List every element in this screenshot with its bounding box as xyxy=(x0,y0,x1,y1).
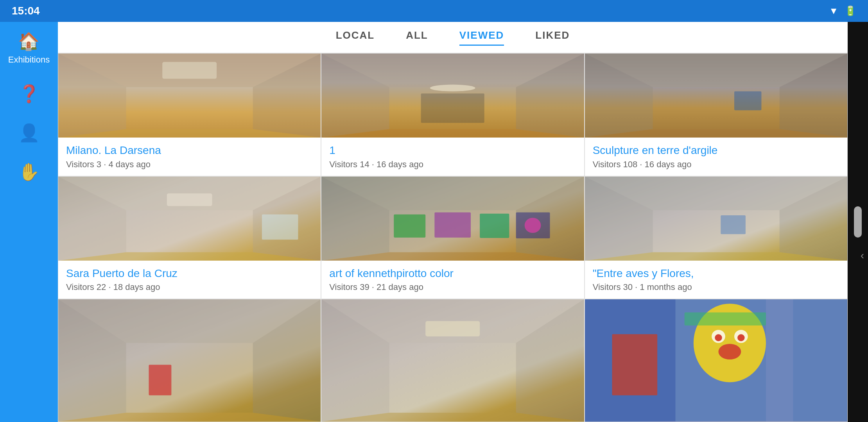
room-perspective-1 xyxy=(58,54,321,138)
card-image-8 xyxy=(321,299,584,422)
svg-rect-46 xyxy=(426,321,480,336)
svg-rect-36 xyxy=(721,215,746,234)
card-title-aves: "Entre aves y Flores, xyxy=(593,267,839,280)
svg-rect-41 xyxy=(149,365,171,395)
card-title-kenneth: art of kennethpirotto color xyxy=(329,267,576,280)
status-icons: ▼ 🔋 xyxy=(829,5,856,16)
card-meta-milano: Visitors 3 · 4 days ago xyxy=(66,159,313,170)
card-image-7 xyxy=(58,299,321,422)
card-info-kenneth: art of kennethpirotto color Visitors 39 … xyxy=(321,261,584,299)
card-8[interactable] xyxy=(321,299,584,422)
sidebar-item-report[interactable]: ✋ xyxy=(18,162,40,182)
main-content: LOCAL ALL VIEWED LIKED xyxy=(58,22,848,422)
sidebar-label-exhibitions: Exhibitions xyxy=(8,55,50,65)
svg-rect-55 xyxy=(612,334,657,395)
room-perspective-4 xyxy=(58,177,321,261)
room-perspective-6 xyxy=(585,177,847,261)
card-meta-aves: Visitors 30 · 1 months ago xyxy=(593,282,839,292)
exhibition-grid: Milano. La Darsena Visitors 3 · 4 days a… xyxy=(58,53,848,422)
card-info-milano: Milano. La Darsena Visitors 3 · 4 days a… xyxy=(58,138,321,176)
svg-point-54 xyxy=(718,344,741,359)
card-meta-1: Visitors 14 · 16 days ago xyxy=(329,159,576,170)
card-1[interactable]: 1 Visitors 14 · 16 days ago xyxy=(321,53,584,176)
card-image-9 xyxy=(585,299,847,422)
card-title-sculpture: Sculpture en terre d'argile xyxy=(593,144,839,157)
sidebar: 🏠 Exhibitions ❓ 👤 ✋ xyxy=(0,22,58,422)
svg-point-52 xyxy=(715,334,722,342)
card-aves[interactable]: "Entre aves y Flores, Visitors 30 · 1 mo… xyxy=(585,176,848,299)
wifi-icon: ▼ xyxy=(829,5,838,16)
card-title-milano: Milano. La Darsena xyxy=(66,144,313,157)
card-info-1: 1 Visitors 14 · 16 days ago xyxy=(321,138,584,176)
profile-icon: 👤 xyxy=(18,123,40,143)
card-meta-kenneth: Visitors 39 · 21 days ago xyxy=(329,282,576,292)
svg-rect-16 xyxy=(734,91,761,110)
svg-rect-28 xyxy=(435,212,471,238)
card-image-milano xyxy=(58,54,321,138)
help-icon: ❓ xyxy=(18,84,40,104)
svg-rect-57 xyxy=(766,299,793,422)
sidebar-item-profile[interactable]: 👤 xyxy=(18,123,40,143)
svg-rect-56 xyxy=(684,313,766,325)
room-perspective-5 xyxy=(321,177,584,261)
battery-icon: 🔋 xyxy=(845,5,856,16)
card-info-sculpture: Sculpture en terre d'argile Visitors 108… xyxy=(585,138,847,176)
card-image-sara xyxy=(58,177,321,261)
card-title-1: 1 xyxy=(329,144,576,157)
tab-liked[interactable]: LIKED xyxy=(535,29,570,46)
svg-rect-11 xyxy=(421,93,484,123)
card-info-sara: Sara Puerto de la Cruz Visitors 22 · 18 … xyxy=(58,261,321,299)
card-image-kenneth xyxy=(321,177,584,261)
svg-rect-22 xyxy=(167,193,212,206)
report-icon: ✋ xyxy=(18,162,40,182)
scroll-handle[interactable] xyxy=(854,206,862,238)
chevron-left-icon[interactable]: ‹ xyxy=(861,249,864,262)
room-perspective-3 xyxy=(585,54,847,138)
sidebar-item-help[interactable]: ❓ xyxy=(18,84,40,104)
card-kenneth[interactable]: art of kennethpirotto color Visitors 39 … xyxy=(321,176,584,299)
room-perspective-7 xyxy=(58,299,321,422)
sidebar-item-home[interactable]: 🏠 Exhibitions xyxy=(8,31,50,65)
status-time: 15:04 xyxy=(12,5,40,17)
room-perspective-9 xyxy=(585,299,847,422)
tab-viewed[interactable]: VIEWED xyxy=(459,29,504,46)
card-image-aves xyxy=(585,177,847,261)
card-milano[interactable]: Milano. La Darsena Visitors 3 · 4 days a… xyxy=(58,53,321,176)
card-info-aves: "Entre aves y Flores, Visitors 30 · 1 mo… xyxy=(585,261,847,299)
status-bar: 15:04 ▼ 🔋 xyxy=(0,0,868,22)
room-perspective-2 xyxy=(321,54,584,138)
card-meta-sara: Visitors 22 · 18 days ago xyxy=(66,282,313,292)
card-image-sculpture xyxy=(585,54,847,138)
home-icon: 🏠 xyxy=(18,31,39,52)
svg-rect-5 xyxy=(162,62,217,79)
card-9[interactable] xyxy=(585,299,848,422)
card-title-sara: Sara Puerto de la Cruz xyxy=(66,267,313,280)
svg-rect-27 xyxy=(394,214,426,237)
card-sara[interactable]: Sara Puerto de la Cruz Visitors 22 · 18 … xyxy=(58,176,321,299)
card-sculpture[interactable]: Sculpture en terre d'argile Visitors 108… xyxy=(585,53,848,176)
card-meta-sculpture: Visitors 108 · 16 days ago xyxy=(593,159,839,170)
tab-local[interactable]: LOCAL xyxy=(336,29,375,46)
svg-rect-21 xyxy=(262,214,298,240)
svg-point-10 xyxy=(430,85,475,91)
card-7[interactable] xyxy=(58,299,321,422)
svg-point-31 xyxy=(525,218,541,233)
card-image-1 xyxy=(321,54,584,138)
tab-bar: LOCAL ALL VIEWED LIKED xyxy=(58,22,848,53)
svg-rect-29 xyxy=(480,213,509,238)
room-perspective-8 xyxy=(321,299,584,422)
svg-point-53 xyxy=(737,334,745,342)
tab-all[interactable]: ALL xyxy=(406,29,428,46)
right-edge: ‹ xyxy=(848,22,868,422)
